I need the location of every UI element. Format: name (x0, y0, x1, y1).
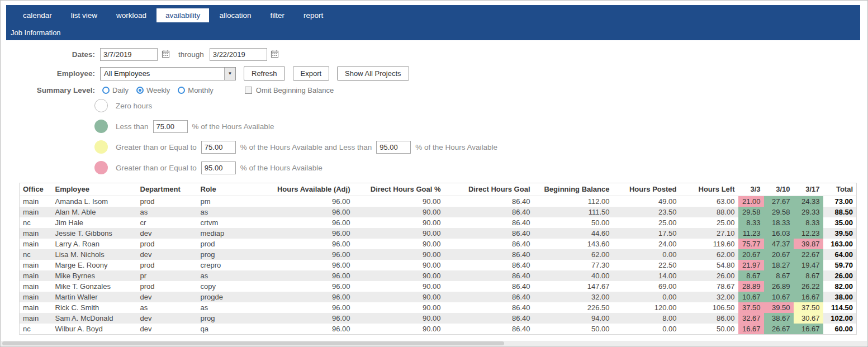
radio-icon[interactable] (102, 87, 110, 94)
legend-less-than-prefix: Less than (116, 122, 149, 131)
cell-department: prod (137, 239, 197, 249)
show-all-projects-button[interactable]: Show All Projects (337, 66, 409, 81)
cell-office: main (20, 196, 52, 207)
availability-legend: Zero hours Less than % of the Hours Avai… (6, 99, 860, 174)
cell-week-3/3: 8.33 (738, 217, 764, 228)
cell-hours-available: 96.00 (251, 239, 354, 249)
export-button[interactable]: Export (293, 66, 330, 81)
legend-between-low-input[interactable] (201, 141, 236, 154)
cell-office: nc (20, 249, 52, 260)
cell-department: prod (137, 260, 197, 270)
cell-department: dev (137, 228, 197, 239)
cell-week-3/10: 26.89 (764, 281, 794, 292)
tab-list-view[interactable]: list view (62, 8, 106, 22)
calendar-icon (271, 50, 279, 60)
cell-employee: Wilbur A. Boyd (52, 324, 137, 335)
legend-less-than-input[interactable] (153, 120, 188, 133)
cell-week-3/3: 11.23 (738, 228, 764, 239)
horizontal-scrollbar[interactable] (1, 341, 867, 346)
cell-employee: Martin Waller (52, 292, 137, 302)
cell-week-3/10: 39.50 (764, 302, 794, 313)
cell-direct-hours-goal: 86.40 (444, 228, 534, 239)
legend-between-row: Greater than or Equal to % of the Hours … (94, 140, 860, 154)
legend-between-high-input[interactable] (376, 141, 411, 154)
legend-yellow-circle (94, 140, 108, 154)
cell-week-3/3: 20.67 (738, 249, 764, 260)
radio-icon[interactable] (178, 87, 185, 94)
chevron-down-icon[interactable]: ▼ (224, 68, 235, 80)
cell-hours-left: 25.00 (680, 217, 738, 228)
cell-role: qa (197, 324, 251, 335)
column-header: Direct Hours Goal % (354, 183, 444, 196)
date-from-input[interactable] (100, 48, 158, 61)
cell-direct-hours-goal: 86.40 (444, 302, 534, 313)
radio-icon[interactable] (136, 87, 144, 94)
date-to-calendar-button[interactable] (269, 49, 281, 61)
cell-direct-hours-goal: 86.40 (444, 207, 534, 217)
availability-page: calendarlist viewworkloadavailabilityall… (0, 0, 868, 347)
cell-role: prod (197, 239, 251, 249)
cell-employee: Mike Byrnes (52, 270, 137, 281)
cell-hours-posted: 22.50 (613, 260, 680, 270)
cell-total: 64.00 (823, 249, 857, 260)
summary-option-label: Weekly (146, 86, 170, 94)
tab-allocation[interactable]: allocation (210, 8, 260, 22)
omit-beginning-balance-option[interactable]: Omit Beginning Balance (245, 86, 334, 94)
column-header: Role (197, 183, 251, 196)
date-from-calendar-button[interactable] (159, 49, 172, 61)
cell-hours-available: 96.00 (251, 302, 354, 313)
cell-hours-available: 96.00 (251, 196, 354, 207)
summary-option-monthly[interactable]: Monthly (178, 86, 214, 94)
legend-greater-equal-row: Greater than or Equal to % of the Hours … (94, 161, 860, 174)
cell-hours-left: 78.67 (680, 281, 738, 292)
summary-option-daily[interactable]: Daily (102, 86, 129, 94)
cell-hours-posted: 23.50 (613, 207, 680, 217)
cell-hours-available: 96.00 (251, 281, 354, 292)
scrollbar-thumb[interactable] (2, 341, 504, 345)
cell-beginning-balance: 147.67 (534, 281, 613, 292)
cell-beginning-balance: 62.00 (534, 249, 613, 260)
tab-availability[interactable]: availability (156, 8, 209, 22)
cell-week-3/3: 16.67 (738, 324, 764, 335)
legend-between-suffix: % of the Hours Available (415, 143, 497, 151)
tab-workload[interactable]: workload (107, 8, 155, 22)
tab-filter[interactable]: filter (261, 8, 293, 22)
job-information-link[interactable]: Job Information (6, 25, 860, 40)
date-to-input[interactable] (210, 48, 267, 61)
column-header: Direct Hours Goal (444, 183, 534, 196)
cell-role: prog (197, 249, 251, 260)
legend-green-circle (94, 120, 108, 133)
summary-option-weekly[interactable]: Weekly (136, 86, 170, 94)
tab-calendar[interactable]: calendar (14, 8, 61, 22)
table-row: mainLarry A. Roanprodprod96.0090.0086.40… (20, 239, 857, 249)
refresh-button[interactable]: Refresh (244, 66, 285, 81)
cell-beginning-balance: 44.60 (534, 228, 613, 239)
cell-beginning-balance: 94.00 (534, 313, 613, 324)
cell-office: main (20, 228, 52, 239)
cell-week-3/10: 18.27 (764, 260, 794, 270)
cell-direct-hours-goal-pct: 90.00 (354, 239, 444, 249)
cell-hours-posted: 120.00 (613, 302, 680, 313)
column-header: 3/3 (738, 183, 764, 196)
cell-role: pm (197, 196, 251, 207)
legend-zero-circle (94, 99, 108, 112)
cell-hours-posted: 14.00 (613, 270, 680, 281)
cell-hours-left: 62.00 (680, 249, 738, 260)
legend-greater-equal-input[interactable] (201, 161, 236, 174)
cell-week-3/3: 10.67 (738, 292, 764, 302)
tab-report[interactable]: report (295, 8, 332, 22)
cell-beginning-balance: 50.00 (534, 217, 613, 228)
cell-employee: Jim Hale (52, 217, 137, 228)
column-header: Employee (52, 183, 137, 196)
omit-beginning-balance-checkbox[interactable] (245, 87, 252, 94)
cell-hours-posted: 69.00 (613, 281, 680, 292)
cell-direct-hours-goal: 86.40 (444, 324, 534, 335)
filter-form: Dates: through Employee: All Employees ▼ (6, 40, 860, 174)
cell-office: main (20, 207, 52, 217)
cell-week-3/17: 22.67 (794, 249, 823, 260)
cell-department: prod (137, 281, 197, 292)
cell-week-3/10: 20.67 (764, 249, 794, 260)
employee-select[interactable]: All Employees ▼ (100, 67, 236, 80)
cell-hours-left: 32.00 (680, 292, 738, 302)
cell-hours-left: 88.00 (680, 207, 738, 217)
